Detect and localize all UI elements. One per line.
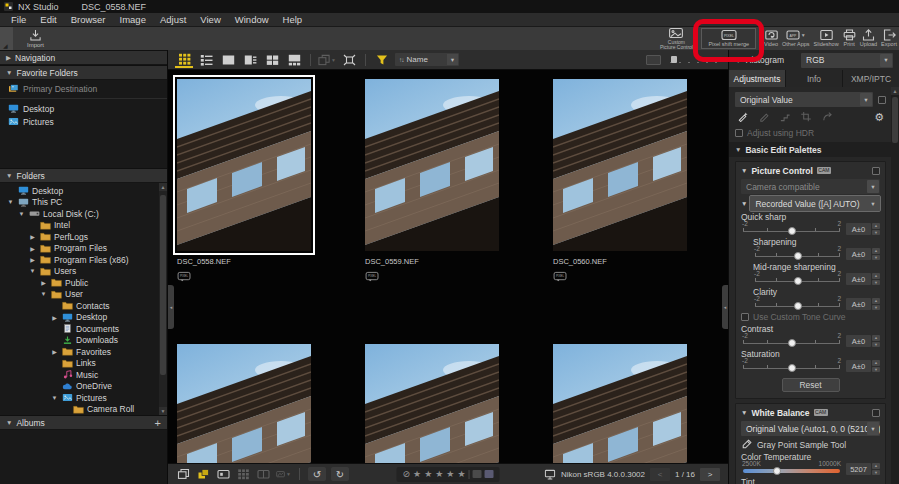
mid-range-sharpening-track[interactable]: -22 <box>753 272 842 286</box>
histogram-channel-select[interactable]: RGB▼ <box>801 53 893 68</box>
rightpanel-collapse-handle[interactable]: ◂ <box>722 285 728 329</box>
mid-range-sharpening-spinner[interactable]: ▲▼ <box>872 273 880 285</box>
crop-button[interactable] <box>800 111 812 124</box>
tree-item-user[interactable]: ▼ User <box>0 289 167 301</box>
color-temperature-track[interactable]: 2500K10000K <box>741 462 842 476</box>
white-balance-header[interactable]: ▼ White Balance CAM <box>741 406 880 419</box>
color-temperature-spinner[interactable]: ▲▼ <box>872 463 880 475</box>
saturation-spinner[interactable]: ▲▼ <box>872 360 880 372</box>
tree-item-users[interactable]: ▼ Users <box>0 266 167 278</box>
use-custom-tone-curve-checkbox[interactable] <box>741 313 749 321</box>
stack-view-button[interactable] <box>176 467 191 481</box>
favorite-item-primary-destination[interactable]: Primary Destination <box>0 82 167 95</box>
chevron-right-icon[interactable]: ▶ <box>28 245 37 252</box>
tree-item-public[interactable]: ▶ Public <box>0 277 167 289</box>
star-2-icon[interactable]: ★ <box>424 470 432 479</box>
thumbnail-image[interactable] <box>177 344 311 463</box>
chevron-right-icon[interactable]: ▶ <box>50 314 59 321</box>
label-gray-icon[interactable] <box>472 470 481 478</box>
recorded-value-select[interactable]: Recorded Value ([A] AUTO)▼ <box>750 196 880 211</box>
sharpening-value[interactable]: A±0 <box>846 248 871 260</box>
scrollbar-thumb[interactable] <box>160 195 166 375</box>
tree-item-contacts[interactable]: Contacts <box>0 300 167 312</box>
other-apps-button[interactable]: APP▼ Other Apps <box>780 27 812 50</box>
chevron-down-icon[interactable]: ▼ <box>17 211 26 217</box>
thumbnail-image[interactable] <box>553 344 687 463</box>
sharpening-knob[interactable] <box>794 252 802 260</box>
picture-control-header[interactable]: ▼ Picture Control CAM <box>741 164 880 177</box>
contrast-knob[interactable] <box>788 339 796 347</box>
white-balance-preset-select[interactable]: Original Value (Auto1, 0, 0 (5210K))▼ <box>741 421 880 436</box>
clarity-value[interactable]: A±0 <box>846 298 871 310</box>
menu-window[interactable]: Window <box>228 13 276 26</box>
tree-item-links[interactable]: Links <box>0 358 167 370</box>
four-up-view-button[interactable] <box>263 52 281 68</box>
tab-info[interactable]: Info <box>786 70 842 87</box>
section-albums[interactable]: ▼Albums+ <box>0 415 167 430</box>
quick-sharp-track[interactable]: -22 <box>741 222 842 236</box>
tree-item-this-pc[interactable]: ▼ This PC <box>0 197 167 209</box>
contrast-value[interactable]: A±0 <box>846 335 871 347</box>
menu-help[interactable]: Help <box>276 13 310 26</box>
tab-xmp-iptc[interactable]: XMP/IPTC <box>843 70 899 87</box>
sidebar-collapse-handle[interactable]: ◂ <box>168 285 174 329</box>
tree-item-camera-roll[interactable]: Camera Roll <box>0 404 167 416</box>
tree-item-local-disk-c-[interactable]: ▼ Local Disk (C:) <box>0 208 167 220</box>
preset-checkbox[interactable] <box>878 96 886 104</box>
tree-item-downloads[interactable]: Downloads <box>0 335 167 347</box>
show-grid-button[interactable] <box>236 467 251 481</box>
sort-select[interactable]: ↑↓ Name ▼ <box>395 53 459 66</box>
custom-picture-control-button[interactable]: Custom Picture Control <box>657 27 695 50</box>
tree-item-music[interactable]: Music <box>0 369 167 381</box>
single-view-button[interactable] <box>219 52 237 68</box>
tree-item-pictures[interactable]: ▼ Pictures <box>0 392 167 404</box>
show-split-button[interactable] <box>256 467 271 481</box>
tree-scrollbar[interactable]: ▲ ▼ <box>159 183 167 415</box>
chevron-down-icon[interactable]: ▼ <box>50 395 59 401</box>
section-folders[interactable]: ▼Folders <box>0 168 167 183</box>
contrast-track[interactable]: -22 <box>741 334 842 348</box>
saturation-knob[interactable] <box>788 364 796 372</box>
mid-range-sharpening-value[interactable]: A±0 <box>846 273 871 285</box>
mid-range-sharpening-knob[interactable] <box>794 277 802 285</box>
tree-item-desktop[interactable]: ▶ Desktop <box>0 312 167 324</box>
chevron-right-icon[interactable]: ▶ <box>50 348 59 355</box>
clarity-spinner[interactable]: ▲▼ <box>872 298 880 310</box>
split-view-button[interactable] <box>241 52 259 68</box>
previous-image-button[interactable]: < <box>650 468 670 481</box>
thumbnail-image[interactable] <box>553 79 687 251</box>
fit-to-screen-button[interactable] <box>340 52 358 68</box>
chevron-right-icon[interactable]: ▶ <box>39 279 48 286</box>
tree-item-documents[interactable]: Documents <box>0 323 167 335</box>
star-5-icon[interactable]: ★ <box>457 470 465 479</box>
import-button[interactable]: Import <box>13 27 58 50</box>
sharpening-track[interactable]: -22 <box>753 247 842 261</box>
chevron-down-icon[interactable]: ▼ <box>39 291 48 297</box>
thumbnail-image[interactable] <box>365 79 499 251</box>
quick-sharp-value[interactable]: A±0 <box>846 223 871 235</box>
toolbar-collapse-strip[interactable]: ◢ <box>0 27 13 50</box>
group-pixel-shift-button[interactable] <box>196 467 211 481</box>
quick-sharp-knob[interactable] <box>788 227 796 235</box>
saturation-track[interactable]: -22 <box>741 359 842 373</box>
show-single-button[interactable] <box>216 467 231 481</box>
no-rating-icon[interactable]: ⊘ <box>403 470 411 479</box>
gray-point-sample-tool[interactable]: Gray Point Sample Tool <box>741 438 880 451</box>
thumbnail-DSC_0560.NEF[interactable]: DSC_0560.NEFPIXEL <box>553 79 728 286</box>
export-button[interactable]: Export <box>879 27 899 50</box>
gear-icon[interactable]: ⚙ <box>874 112 884 123</box>
tree-item-program-files[interactable]: ▶ Program Files <box>0 243 167 255</box>
chevron-down-icon[interactable]: ▼ <box>741 200 747 207</box>
next-image-button[interactable]: > <box>700 468 720 481</box>
star-4-icon[interactable]: ★ <box>446 470 454 479</box>
adjustments-preset-select[interactable]: Original Value▼ <box>735 92 873 107</box>
clarity-track[interactable]: -22 <box>753 297 842 311</box>
thumbnail-image[interactable] <box>177 79 311 251</box>
menu-adjust[interactable]: Adjust <box>153 13 193 26</box>
section-navigation[interactable]: ▶Navigation <box>0 50 167 65</box>
histogram-header[interactable]: ▼ Histogram RGB▼ <box>729 50 899 70</box>
thumbnail-row2-1[interactable] <box>177 344 365 463</box>
show-histogram-button[interactable]: ▼ <box>276 467 291 481</box>
retouch-brush-button[interactable] <box>737 111 749 124</box>
filmstrip-view-button[interactable] <box>285 52 303 68</box>
